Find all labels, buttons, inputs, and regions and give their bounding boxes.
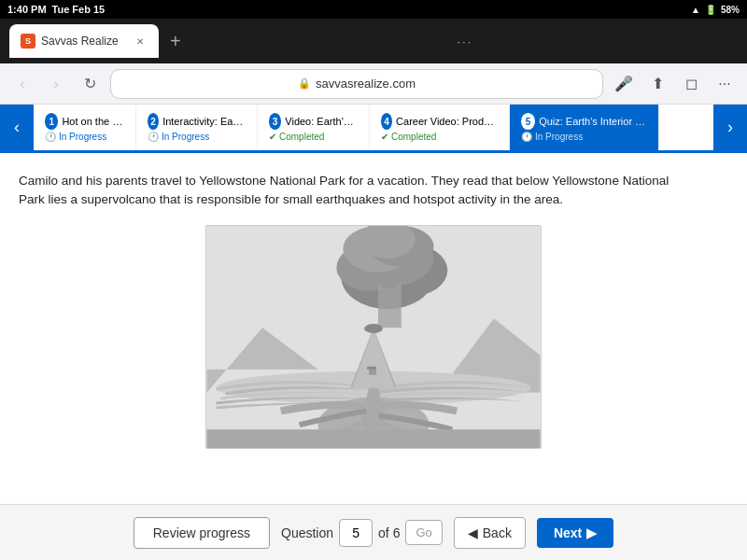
- lesson-item-5[interactable]: 5 Quiz: Earth's Interior Copy 1 🕐 In Pro…: [510, 105, 659, 150]
- lesson-item-2-number: 2: [148, 113, 159, 130]
- lesson-item-3-title: Video: Earth's Interior: [285, 116, 358, 127]
- passage-text: Camilo and his parents travel to Yellows…: [19, 172, 691, 210]
- bottom-toolbar: Review progress Question of 6 Go ◀ Back …: [0, 504, 747, 560]
- lesson-nav: ‹ 1 Hot on the Inside 🕐 In Progress 2 In…: [0, 105, 747, 153]
- volcano-illustration: [205, 225, 542, 449]
- review-progress-button[interactable]: Review progress: [134, 517, 270, 549]
- address-text: savvasrealize.com: [316, 77, 416, 91]
- address-field[interactable]: 🔒 savvasrealize.com: [110, 69, 603, 99]
- lesson-item-5-title: Quiz: Earth's Interior Copy 1: [539, 116, 647, 127]
- tab-title: Savvas Realize: [41, 35, 119, 48]
- svg-point-17: [364, 324, 383, 333]
- lesson-nav-forward-arrow[interactable]: ›: [713, 105, 747, 150]
- lesson-item-3-number: 3: [269, 113, 281, 130]
- share-button[interactable]: ⬆: [644, 71, 670, 97]
- lesson-item-1-header: 1 Hot on the Inside: [45, 113, 124, 130]
- lesson-item-1-title: Hot on the Inside: [62, 116, 124, 127]
- browser-chrome: S Savvas Realize ✕ + ···: [0, 19, 747, 63]
- check-icon-3: ✔: [269, 132, 276, 142]
- overflow-menu-dots: ···: [457, 35, 472, 49]
- lesson-item-4-number: 4: [381, 113, 392, 130]
- lesson-item-2-status: 🕐 In Progress: [148, 132, 246, 142]
- more-options-button[interactable]: ···: [712, 71, 738, 97]
- lesson-item-5-header: 5 Quiz: Earth's Interior Copy 1: [521, 113, 647, 130]
- next-label: Next: [554, 525, 582, 540]
- lesson-item-4-status: ✔ Completed: [381, 132, 498, 142]
- clock-icon-1: 🕐: [45, 132, 56, 142]
- lesson-item-2-title: Interactivity: Earth's Layers: [162, 116, 246, 127]
- back-label: Back: [483, 525, 512, 540]
- lock-icon: 🔒: [298, 77, 311, 90]
- tab-favicon: S: [21, 34, 35, 49]
- status-left: 1:40 PM Tue Feb 15: [7, 4, 105, 15]
- next-button[interactable]: Next ▶: [537, 518, 613, 548]
- lesson-item-4-header: 4 Career Video: Product Developer: [381, 113, 498, 130]
- clock-icon-2: 🕐: [148, 132, 159, 142]
- forward-nav-button[interactable]: ›: [43, 71, 69, 97]
- back-nav-button[interactable]: ‹: [9, 71, 35, 97]
- reload-button[interactable]: ↻: [77, 71, 103, 97]
- lesson-item-5-status: 🕐 In Progress: [521, 132, 647, 142]
- address-bar-row: ‹ › ↻ 🔒 savvasrealize.com 🎤 ⬆ ◻ ···: [0, 63, 747, 105]
- question-nav: Question of 6 Go: [281, 519, 443, 547]
- lesson-item-4-title: Career Video: Product Developer: [396, 116, 498, 127]
- of-label: of 6: [378, 525, 400, 540]
- lesson-item-3-header: 3 Video: Earth's Interior: [269, 113, 358, 130]
- back-arrow-icon: ◀: [468, 525, 478, 540]
- browser-tab[interactable]: S Savvas Realize ✕: [9, 24, 159, 58]
- lesson-item-1-status: 🕐 In Progress: [45, 132, 124, 142]
- battery-icon: 🔋: [705, 5, 716, 15]
- go-button[interactable]: Go: [405, 520, 442, 545]
- next-arrow-icon: ▶: [586, 525, 597, 540]
- lesson-item-2-header: 2 Interactivity: Earth's Layers: [148, 113, 246, 130]
- svg-rect-14: [207, 429, 541, 448]
- battery-percent: 58%: [721, 5, 740, 15]
- main-content: Camilo and his parents travel to Yellows…: [0, 153, 747, 504]
- tab-close-button[interactable]: ✕: [133, 34, 148, 49]
- time-display: 1:40 PM: [7, 4, 47, 15]
- check-icon-4: ✔: [381, 132, 388, 142]
- tabs-button[interactable]: ◻: [678, 71, 704, 97]
- lesson-nav-back-arrow[interactable]: ‹: [0, 105, 34, 150]
- question-number-input[interactable]: [339, 519, 373, 547]
- wifi-icon: ▲: [691, 5, 700, 15]
- svg-marker-19: [367, 366, 376, 369]
- lesson-item-3-status: ✔ Completed: [269, 132, 358, 142]
- lesson-item-1-number: 1: [45, 113, 58, 130]
- status-bar: 1:40 PM Tue Feb 15 ▲ 🔋 58%: [0, 0, 747, 19]
- lesson-item-2[interactable]: 2 Interactivity: Earth's Layers 🕐 In Pro…: [136, 105, 258, 150]
- date-display: Tue Feb 15: [52, 4, 106, 15]
- lesson-item-1[interactable]: 1 Hot on the Inside 🕐 In Progress: [34, 105, 136, 150]
- lesson-nav-items: 1 Hot on the Inside 🕐 In Progress 2 Inte…: [34, 105, 713, 150]
- microphone-button[interactable]: 🎤: [611, 71, 637, 97]
- back-button[interactable]: ◀ Back: [454, 517, 526, 549]
- question-label: Question: [281, 525, 333, 540]
- lesson-item-4[interactable]: 4 Career Video: Product Developer ✔ Comp…: [370, 105, 510, 150]
- lesson-item-5-number: 5: [521, 113, 535, 130]
- status-right: ▲ 🔋 58%: [691, 5, 740, 15]
- new-tab-button[interactable]: +: [166, 27, 185, 56]
- svg-point-9: [378, 273, 401, 288]
- lesson-item-3[interactable]: 3 Video: Earth's Interior ✔ Completed: [258, 105, 370, 150]
- clock-icon-5: 🕐: [521, 132, 532, 142]
- svg-rect-18: [369, 369, 376, 374]
